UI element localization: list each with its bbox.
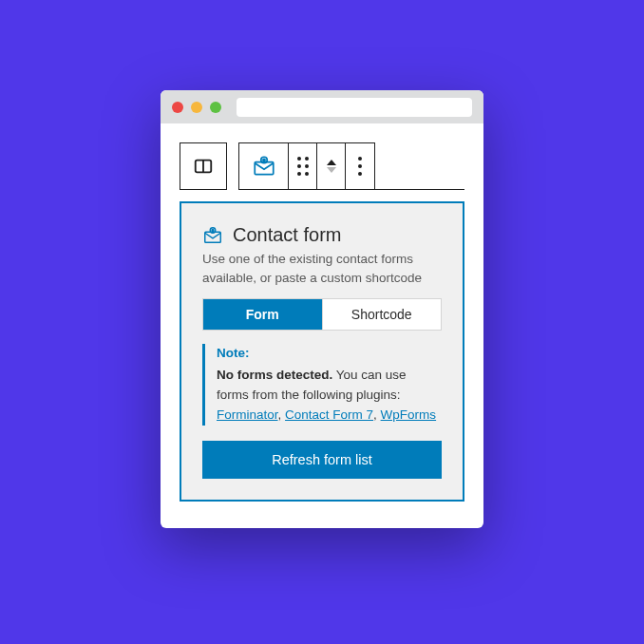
- window-controls: [172, 102, 221, 113]
- browser-window: Contact form Use one of the existing con…: [161, 90, 483, 528]
- drag-handle[interactable]: [288, 142, 316, 190]
- note-box: Note: No forms detected. You can use for…: [202, 344, 442, 426]
- note-sep-1: ,: [278, 407, 286, 422]
- panel-header: Contact form: [202, 224, 442, 246]
- svg-rect-2: [255, 162, 274, 175]
- block-type-button[interactable]: [238, 142, 288, 190]
- move-block-buttons[interactable]: [316, 142, 345, 190]
- editor-canvas: Contact form Use one of the existing con…: [161, 123, 483, 528]
- note-lead: No forms detected.: [217, 368, 332, 382]
- refresh-form-list-button[interactable]: Refresh form list: [202, 441, 442, 479]
- link-contact-form-7[interactable]: Contact Form 7: [285, 407, 373, 422]
- note-title: Note:: [217, 344, 442, 364]
- close-window-icon[interactable]: [172, 102, 183, 113]
- maximize-window-icon[interactable]: [210, 102, 221, 113]
- note-sep-2: ,: [373, 407, 381, 422]
- tab-shortcode[interactable]: Shortcode: [322, 299, 442, 330]
- chevron-down-icon: [327, 167, 336, 173]
- contact-form-icon: [202, 225, 223, 246]
- columns-icon: [193, 156, 214, 177]
- contact-form-icon: [252, 154, 276, 179]
- contact-form-block-panel: Contact form Use one of the existing con…: [180, 201, 464, 502]
- form-shortcode-tabs: Form Shortcode: [202, 298, 442, 331]
- window-titlebar: [161, 90, 483, 123]
- minimize-window-icon[interactable]: [191, 102, 202, 113]
- block-toolbar: [180, 142, 464, 190]
- panel-title: Contact form: [233, 224, 341, 246]
- url-bar[interactable]: [237, 98, 472, 117]
- drag-icon: [297, 157, 309, 176]
- block-toolbar-group: [238, 142, 375, 190]
- link-forminator[interactable]: Forminator: [217, 407, 278, 422]
- link-wpforms[interactable]: WpForms: [381, 407, 437, 422]
- chevron-up-icon: [327, 160, 336, 165]
- more-vertical-icon: [358, 157, 362, 176]
- toolbar-underline: [375, 189, 464, 190]
- parent-block-button[interactable]: [180, 142, 227, 190]
- svg-point-7: [212, 229, 214, 231]
- block-options-button[interactable]: [345, 142, 375, 190]
- tab-form[interactable]: Form: [203, 299, 322, 330]
- panel-description: Use one of the existing contact forms av…: [202, 250, 442, 287]
- svg-point-4: [262, 159, 264, 161]
